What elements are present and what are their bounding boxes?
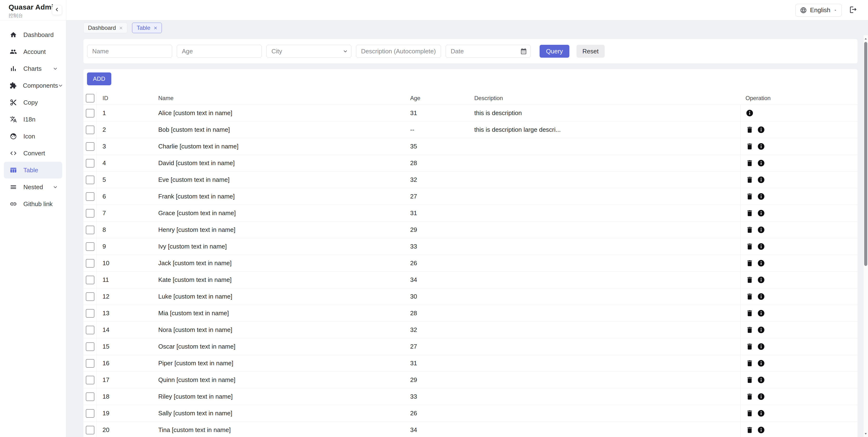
row-checkbox[interactable] bbox=[86, 276, 94, 284]
delete-icon[interactable] bbox=[746, 192, 753, 200]
row-checkbox[interactable] bbox=[86, 226, 94, 234]
delete-icon[interactable] bbox=[746, 309, 753, 317]
sidebar-item-account[interactable]: Account bbox=[4, 43, 62, 60]
row-checkbox[interactable] bbox=[86, 409, 94, 418]
info-icon[interactable] bbox=[757, 176, 765, 184]
tab-bar: Dashboard Table bbox=[66, 21, 868, 35]
query-button[interactable]: Query bbox=[539, 45, 569, 58]
info-icon[interactable] bbox=[757, 343, 765, 350]
row-checkbox[interactable] bbox=[86, 192, 94, 201]
row-checkbox[interactable] bbox=[86, 342, 94, 351]
row-checkbox[interactable] bbox=[86, 359, 94, 368]
info-icon[interactable] bbox=[757, 309, 765, 317]
row-checkbox[interactable] bbox=[86, 242, 94, 251]
globe-icon bbox=[800, 7, 807, 14]
row-checkbox[interactable] bbox=[86, 393, 94, 401]
sidebar-item-i18n[interactable]: I18n bbox=[4, 111, 62, 128]
sidebar-item-dashboard[interactable]: Dashboard bbox=[4, 26, 62, 43]
description-autocomplete-input[interactable] bbox=[356, 45, 441, 58]
info-icon[interactable] bbox=[757, 326, 765, 334]
sidebar-item-label: Github link bbox=[23, 200, 53, 208]
info-icon[interactable] bbox=[757, 376, 765, 384]
sidebar-collapse-button[interactable] bbox=[52, 5, 62, 15]
row-checkbox[interactable] bbox=[86, 176, 94, 184]
logout-button[interactable] bbox=[849, 5, 858, 15]
delete-icon[interactable] bbox=[746, 126, 753, 134]
info-icon[interactable] bbox=[757, 359, 765, 367]
delete-icon[interactable] bbox=[746, 426, 753, 434]
name-filter bbox=[87, 45, 172, 58]
delete-icon[interactable] bbox=[746, 343, 753, 350]
row-checkbox[interactable] bbox=[86, 126, 94, 134]
info-icon[interactable] bbox=[757, 276, 765, 284]
delete-icon[interactable] bbox=[746, 292, 753, 301]
row-checkbox[interactable] bbox=[86, 309, 94, 318]
row-checkbox[interactable] bbox=[86, 326, 94, 334]
delete-icon[interactable] bbox=[746, 243, 753, 250]
scroll-down-arrow-icon[interactable] bbox=[864, 431, 868, 437]
cell-id: 12 bbox=[97, 293, 153, 300]
city-select[interactable] bbox=[267, 45, 351, 58]
calendar-icon[interactable] bbox=[520, 48, 527, 55]
sidebar-item-nested[interactable]: Nested bbox=[4, 179, 62, 195]
close-icon[interactable] bbox=[153, 26, 158, 30]
tab-dashboard[interactable]: Dashboard bbox=[84, 23, 127, 33]
delete-icon[interactable] bbox=[746, 176, 753, 184]
info-icon[interactable] bbox=[757, 226, 765, 234]
sidebar-item-copy[interactable]: Copy bbox=[4, 94, 62, 111]
reset-button[interactable]: Reset bbox=[577, 45, 604, 58]
row-checkbox[interactable] bbox=[86, 142, 94, 151]
info-icon[interactable] bbox=[757, 209, 765, 217]
info-icon[interactable] bbox=[746, 109, 753, 117]
delete-icon[interactable] bbox=[746, 226, 753, 234]
sidebar-item-table[interactable]: Table bbox=[4, 162, 62, 179]
delete-icon[interactable] bbox=[746, 209, 753, 217]
row-checkbox[interactable] bbox=[86, 259, 94, 268]
tab-table[interactable]: Table bbox=[132, 23, 162, 33]
info-icon[interactable] bbox=[757, 393, 765, 401]
delete-icon[interactable] bbox=[746, 143, 753, 150]
age-input[interactable] bbox=[177, 45, 262, 58]
row-checkbox[interactable] bbox=[86, 109, 94, 118]
sidebar-item-github-link[interactable]: Github link bbox=[4, 196, 62, 212]
date-input[interactable] bbox=[446, 45, 530, 58]
vertical-scrollbar[interactable] bbox=[863, 35, 868, 437]
sidebar-item-icon[interactable]: Icon bbox=[4, 128, 62, 145]
close-icon[interactable] bbox=[119, 26, 123, 30]
delete-icon[interactable] bbox=[746, 376, 753, 384]
chevron-down-icon[interactable] bbox=[343, 49, 348, 54]
info-icon[interactable] bbox=[757, 426, 765, 434]
sidebar-item-convert[interactable]: Convert bbox=[4, 145, 62, 161]
info-icon[interactable] bbox=[757, 192, 765, 200]
info-icon[interactable] bbox=[757, 126, 765, 134]
scroll-up-arrow-icon[interactable] bbox=[864, 36, 868, 41]
sidebar-item-label: Dashboard bbox=[23, 31, 54, 39]
row-checkbox[interactable] bbox=[86, 209, 94, 218]
info-icon[interactable] bbox=[757, 159, 765, 167]
language-selector[interactable]: English bbox=[795, 4, 842, 17]
add-button[interactable]: ADD bbox=[87, 72, 111, 85]
sidebar-item-label: I18n bbox=[23, 116, 35, 123]
info-icon[interactable] bbox=[757, 259, 765, 267]
scrollbar-thumb[interactable] bbox=[864, 42, 867, 266]
sidebar-item-charts[interactable]: Charts bbox=[4, 60, 62, 77]
info-icon[interactable] bbox=[757, 409, 765, 417]
info-icon[interactable] bbox=[757, 292, 765, 301]
cell-id: 10 bbox=[97, 259, 153, 267]
row-checkbox[interactable] bbox=[86, 159, 94, 167]
row-checkbox[interactable] bbox=[86, 376, 94, 384]
delete-icon[interactable] bbox=[746, 393, 753, 401]
delete-icon[interactable] bbox=[746, 259, 753, 267]
row-checkbox[interactable] bbox=[86, 292, 94, 301]
delete-icon[interactable] bbox=[746, 326, 753, 334]
name-input[interactable] bbox=[87, 45, 172, 58]
info-icon[interactable] bbox=[757, 243, 765, 250]
info-icon[interactable] bbox=[757, 143, 765, 150]
delete-icon[interactable] bbox=[746, 359, 753, 367]
delete-icon[interactable] bbox=[746, 409, 753, 417]
delete-icon[interactable] bbox=[746, 276, 753, 284]
delete-icon[interactable] bbox=[746, 159, 753, 167]
sidebar-item-components[interactable]: Components bbox=[4, 77, 62, 94]
row-checkbox[interactable] bbox=[86, 426, 94, 434]
select-all-checkbox[interactable] bbox=[86, 94, 94, 102]
